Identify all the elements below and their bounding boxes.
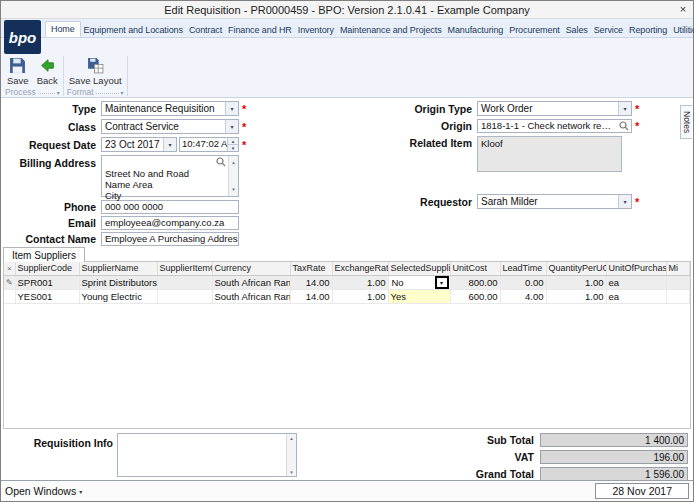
cell-truncated[interactable] (666, 275, 690, 289)
cell-unit-cost[interactable]: 800.00 (450, 275, 500, 289)
col-supplier-name[interactable]: SupplierName (79, 262, 157, 275)
notes-side-tab[interactable]: Notes (680, 105, 692, 139)
tab-inventory[interactable]: Inventory (295, 22, 337, 37)
tab-manufacturing[interactable]: Manufacturing (445, 22, 507, 37)
time-spinner-buttons[interactable]: ▴ ▾ (227, 138, 238, 151)
request-date-picker[interactable]: 23 Oct 2017 ▾ (101, 137, 177, 152)
totals-panel: Sub Total 1 400.00 VAT 196.00 Grand Tota… (448, 433, 688, 484)
ribbon-group-process: Save Back Process ▾ (2, 56, 64, 96)
bpo-logo-text: bpo (9, 29, 37, 46)
col-supplier-code[interactable]: SupplierCode (15, 262, 79, 275)
format-dialog-launcher-icon[interactable]: ▾ (121, 89, 124, 96)
request-time-spinner[interactable]: 10:47:02 AM ▴ ▾ (179, 137, 239, 152)
table-row[interactable]: ✎ SPR001 Sprint Distributors Local South… (4, 275, 690, 289)
col-exchange-rate[interactable]: ExchangeRate (332, 262, 388, 275)
email-field[interactable]: employeea@company.co.za (101, 216, 239, 230)
col-quantity-per-uop[interactable]: QuantityPerUOP (546, 262, 606, 275)
table-row[interactable]: YES001 Young Electric South African Rand… (4, 289, 690, 303)
vat-value: 196.00 (540, 450, 688, 464)
origin-label: Origin (353, 120, 477, 132)
cell-unit-of-purchase[interactable]: ea (606, 289, 666, 303)
back-button[interactable]: Back (34, 56, 61, 87)
row-edit-indicator: ✎ (4, 275, 15, 289)
cell-selected-supplier[interactable]: No ▾ (388, 275, 450, 289)
search-icon[interactable] (216, 157, 226, 167)
selected-supplier-dropdown-button[interactable]: ▾ (436, 277, 448, 288)
phone-label: Phone (1, 201, 101, 213)
process-group-footer: Process ▾ (4, 87, 61, 97)
cell-supplier-code[interactable]: SPR001 (15, 275, 79, 289)
tab-reporting[interactable]: Reporting (626, 22, 670, 37)
item-suppliers-tab[interactable]: Item Suppliers (3, 247, 85, 262)
col-supplier-item-code[interactable]: SupplierItemCode (157, 262, 212, 275)
phone-field[interactable]: 000 000 0000 (101, 200, 239, 214)
request-date-label: Request Date (1, 139, 101, 151)
class-select[interactable]: Contract Service ▾ (101, 119, 239, 134)
process-dialog-launcher-icon[interactable]: ▾ (57, 89, 60, 96)
requestor-label: Requestor (353, 196, 477, 208)
cell-supplier-item-code[interactable] (157, 275, 212, 289)
requisition-info-textarea[interactable]: ▴ ▾ (117, 433, 297, 477)
format-group-footer: Format ▾ (66, 87, 125, 97)
cell-selected-supplier[interactable]: Yes (388, 289, 450, 303)
cell-lead-time[interactable]: 0.00 (500, 275, 546, 289)
tab-service[interactable]: Service (591, 22, 626, 37)
billing-address-label: Billing Address (1, 155, 101, 169)
cell-tax-rate[interactable]: 14.00 (290, 289, 332, 303)
tab-sales[interactable]: Sales (563, 22, 591, 37)
col-unit-of-purchase[interactable]: UnitOfPurchase (606, 262, 666, 275)
dropdown-icon: ▾ (440, 279, 443, 286)
cell-supplier-code[interactable]: YES001 (15, 289, 79, 303)
cell-lead-time[interactable]: 4.00 (500, 289, 546, 303)
search-icon[interactable] (619, 121, 629, 131)
cell-quantity-per-uop[interactable]: 1.00 (546, 275, 606, 289)
cell-supplier-name[interactable]: Young Electric (79, 289, 157, 303)
tab-procurement[interactable]: Procurement (506, 22, 562, 37)
scroll-up-icon: ▴ (290, 435, 293, 441)
save-button[interactable]: Save (4, 56, 32, 87)
format-group-label: Format (67, 87, 94, 97)
close-button[interactable]: × (676, 3, 690, 17)
cell-supplier-item-code[interactable] (157, 289, 212, 303)
col-lead-time[interactable]: LeadTime (500, 262, 546, 275)
tab-finance-and-hr[interactable]: Finance and HR (225, 22, 295, 37)
dropdown-icon: ▾ (163, 138, 176, 151)
cell-truncated[interactable] (666, 289, 690, 303)
tab-home[interactable]: Home (45, 21, 81, 37)
cell-exchange-rate[interactable]: 1.00 (332, 289, 388, 303)
requisition-info-scrollbar[interactable]: ▴ ▾ (286, 434, 296, 476)
tab-contract[interactable]: Contract (186, 22, 225, 37)
billing-address-textarea[interactable]: Street No and Road Name Area City ▴ ▾ (101, 155, 239, 197)
save-layout-button[interactable]: Save Layout (66, 56, 125, 87)
type-select[interactable]: Maintenance Requisition ▾ (101, 101, 239, 116)
col-truncated[interactable]: Mi (666, 262, 690, 275)
dropdown-icon: ▾ (618, 195, 631, 208)
save-label: Save (7, 75, 29, 86)
origin-type-select[interactable]: Work Order ▾ (477, 101, 632, 116)
cell-currency[interactable]: South African Rand (212, 289, 290, 303)
grid-corner-header[interactable]: × (4, 262, 15, 275)
cell-quantity-per-uop[interactable]: 1.00 (546, 289, 606, 303)
origin-field[interactable]: 1818-1-1 - Check network require… (477, 119, 632, 133)
cell-supplier-name[interactable]: Sprint Distributors Local (79, 275, 157, 289)
cell-exchange-rate[interactable]: 1.00 (332, 275, 388, 289)
col-unit-cost[interactable]: UnitCost (450, 262, 500, 275)
process-group-label: Process (5, 87, 36, 97)
billing-address-scrollbar[interactable]: ▴ ▾ (228, 156, 238, 196)
cell-unit-of-purchase[interactable]: ea (606, 275, 666, 289)
contact-name-field[interactable]: Employee A Purchasing Address (101, 232, 239, 246)
tab-equipment-and-locations[interactable]: Equipment and Locations (81, 22, 186, 37)
tab-maintenance-and-projects[interactable]: Maintenance and Projects (337, 22, 445, 37)
cell-currency[interactable]: South African Rand (212, 275, 290, 289)
tab-utilities[interactable]: Utilities (670, 22, 694, 37)
grand-total-value: 1 596.00 (540, 467, 688, 481)
col-tax-rate[interactable]: TaxRate (290, 262, 332, 275)
cell-unit-cost[interactable]: 600.00 (450, 289, 500, 303)
save-layout-icon (87, 57, 104, 74)
cell-tax-rate[interactable]: 14.00 (290, 275, 332, 289)
open-windows-button[interactable]: Open Windows ▾ (5, 485, 82, 497)
col-currency[interactable]: Currency (212, 262, 290, 275)
required-marker: * (635, 196, 639, 208)
col-selected-supplier[interactable]: SelectedSupplier (388, 262, 450, 275)
requestor-select[interactable]: Sarah Milder ▾ (477, 194, 632, 209)
